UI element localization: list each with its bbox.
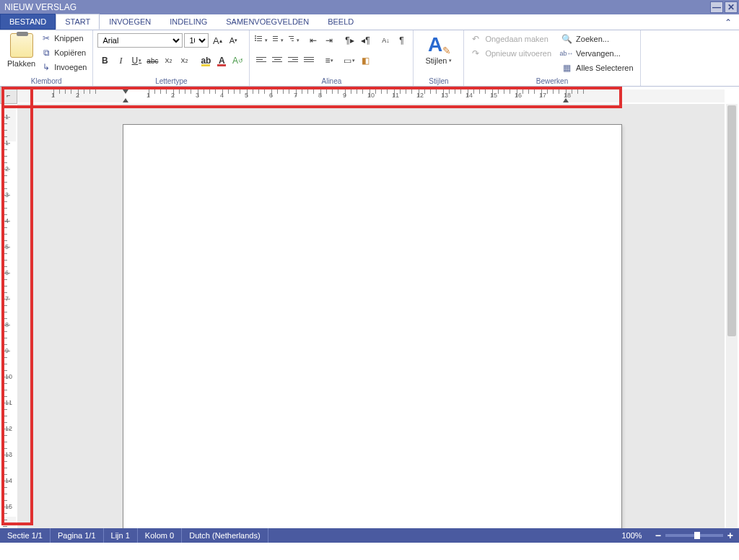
- copy-icon: ⧉: [41, 48, 51, 58]
- borders-button[interactable]: ▭▾: [342, 53, 357, 68]
- font-group-label: Lettertype: [97, 76, 245, 86]
- sort-button[interactable]: A↓: [378, 33, 393, 48]
- styles-button[interactable]: A✎ Stijlen▾: [418, 32, 459, 76]
- ribbon-group-clipboard: Plakken ✂Knippen ⧉Kopiëren ↳Invoegen Kle…: [0, 30, 93, 86]
- zoom-out-button[interactable]: −: [655, 530, 661, 541]
- tab-start[interactable]: START: [56, 14, 100, 30]
- select-all-button[interactable]: ▦Alles Selecteren: [559, 61, 636, 74]
- horizontal-ruler[interactable]: 12123456789101112131415161718: [17, 89, 725, 102]
- numbered-list-button[interactable]: ▾: [270, 33, 284, 48]
- vertical-ruler[interactable]: 1123456789101112131415: [3, 104, 16, 528]
- scrollbar-thumb[interactable]: [727, 105, 736, 336]
- show-marks-button[interactable]: ¶: [394, 33, 408, 48]
- shrink-font-button[interactable]: A▾: [226, 33, 240, 48]
- ltr-button[interactable]: ¶▸: [342, 33, 357, 48]
- status-page[interactable]: Pagina 1/1: [51, 528, 104, 543]
- tab-layout[interactable]: INDELING: [160, 14, 217, 30]
- clear-formatting-button[interactable]: A↺: [230, 53, 245, 68]
- replace-label: Vervangen...: [576, 49, 621, 58]
- zoom-in-button[interactable]: +: [727, 530, 733, 541]
- ribbon-group-edit: ↶Ongedaan maken ↷Opnieuw uitvoeren 🔍Zoek…: [464, 30, 640, 86]
- cut-button[interactable]: ✂Knippen: [40, 32, 88, 45]
- ruler-corner[interactable]: ⌐: [0, 87, 17, 104]
- ribbon-tabs: BESTAND START INVOEGEN INDELING SAMENVOE…: [0, 14, 739, 30]
- titlebar: NIEUW VERSLAG — ✕: [0, 0, 739, 14]
- status-language[interactable]: Dutch (Netherlands): [182, 528, 268, 543]
- paste-label: Plakken: [7, 59, 35, 68]
- clipboard-group-label: Klembord: [4, 76, 88, 86]
- paragraph-group-label: Alinea: [254, 76, 408, 86]
- styles-group-label: Stijlen: [418, 76, 459, 86]
- redo-label: Opnieuw uitvoeren: [485, 49, 551, 58]
- vertical-scrollbar[interactable]: [726, 104, 738, 528]
- insert-button[interactable]: ↳Invoegen: [40, 61, 88, 74]
- status-zoom-level[interactable]: 100%: [614, 528, 649, 543]
- grow-font-button[interactable]: A▴: [210, 33, 224, 48]
- ribbon: Plakken ✂Knippen ⧉Kopiëren ↳Invoegen Kle…: [0, 30, 739, 87]
- increase-indent-button[interactable]: ⇥: [322, 33, 336, 48]
- redo-button[interactable]: ↷Opnieuw uitvoeren: [468, 46, 554, 60]
- ribbon-group-font: Arial 10 A▴ A▾ B I U▾ abc X2 X2 ab A A↺ …: [93, 30, 250, 86]
- document-work-area: ⌐ 12123456789101112131415161718 11234567…: [0, 87, 739, 528]
- highlight-color-button[interactable]: ab: [198, 53, 213, 68]
- minimize-button[interactable]: —: [710, 1, 723, 13]
- rtl-button[interactable]: ◂¶: [358, 33, 372, 48]
- collapse-ribbon-icon[interactable]: ⌃: [725, 17, 732, 27]
- line-spacing-button[interactable]: ≡▾: [322, 53, 336, 68]
- paste-button[interactable]: Plakken: [4, 32, 38, 76]
- undo-icon: ↶: [471, 34, 481, 44]
- search-icon: 🔍: [561, 34, 572, 44]
- insert-icon: ↳: [41, 62, 51, 72]
- close-button[interactable]: ✕: [725, 1, 738, 13]
- ribbon-group-styles: A✎ Stijlen▾ Stijlen: [414, 30, 464, 86]
- tab-mergefields[interactable]: SAMENVOEGVELDEN: [217, 14, 318, 30]
- decrease-indent-button[interactable]: ⇤: [306, 33, 320, 48]
- cut-label: Knippen: [54, 34, 83, 43]
- window-title: NIEUW VERSLAG: [1, 2, 710, 12]
- subscript-button[interactable]: X2: [161, 53, 175, 68]
- underline-button[interactable]: U▾: [129, 53, 144, 68]
- statusbar: Sectie 1/1 Pagina 1/1 Lijn 1 Kolom 0 Dut…: [0, 528, 739, 543]
- font-name-select[interactable]: Arial: [97, 33, 183, 48]
- font-size-select[interactable]: 10: [184, 33, 209, 48]
- document-page[interactable]: [123, 124, 622, 528]
- shading-button[interactable]: ◧: [358, 53, 372, 68]
- paste-icon: [10, 33, 33, 58]
- align-left-button[interactable]: [254, 53, 268, 68]
- multilevel-list-button[interactable]: ▾: [286, 33, 300, 48]
- undo-button[interactable]: ↶Ongedaan maken: [468, 32, 554, 45]
- replace-icon: ab↔: [561, 48, 572, 58]
- zoom-control: − +: [650, 530, 739, 541]
- strikethrough-button[interactable]: abc: [145, 53, 159, 68]
- status-section[interactable]: Sectie 1/1: [0, 528, 51, 543]
- tab-insert[interactable]: INVOEGEN: [100, 14, 160, 30]
- styles-icon: A✎: [428, 33, 450, 56]
- select-all-icon: ▦: [561, 63, 572, 73]
- bold-button[interactable]: B: [97, 53, 112, 68]
- align-center-button[interactable]: [270, 53, 284, 68]
- zoom-slider-thumb[interactable]: [694, 532, 700, 539]
- status-column[interactable]: Kolom 0: [138, 528, 182, 543]
- superscript-button[interactable]: X2: [177, 53, 191, 68]
- select-all-label: Alles Selecteren: [576, 64, 634, 72]
- copy-button[interactable]: ⧉Kopiëren: [40, 46, 88, 59]
- undo-label: Ongedaan maken: [485, 35, 548, 43]
- status-line[interactable]: Lijn 1: [104, 528, 138, 543]
- copy-label: Kopiëren: [54, 48, 86, 57]
- tab-file[interactable]: BESTAND: [0, 14, 56, 30]
- redo-icon: ↷: [471, 48, 481, 58]
- font-color-button[interactable]: A: [214, 53, 229, 68]
- insert-label: Invoegen: [54, 63, 87, 71]
- align-right-button[interactable]: [286, 53, 300, 68]
- styles-label: Stijlen: [425, 56, 447, 65]
- find-button[interactable]: 🔍Zoeken...: [559, 32, 636, 45]
- replace-button[interactable]: ab↔Vervangen...: [559, 46, 636, 60]
- bullet-list-button[interactable]: ▾: [254, 33, 268, 48]
- tab-view[interactable]: BEELD: [318, 14, 363, 30]
- find-label: Zoeken...: [576, 35, 609, 43]
- scissors-icon: ✂: [41, 33, 51, 43]
- document-viewport[interactable]: [17, 104, 725, 528]
- align-justify-button[interactable]: [302, 53, 316, 68]
- italic-button[interactable]: I: [113, 53, 128, 68]
- zoom-slider[interactable]: [665, 534, 723, 537]
